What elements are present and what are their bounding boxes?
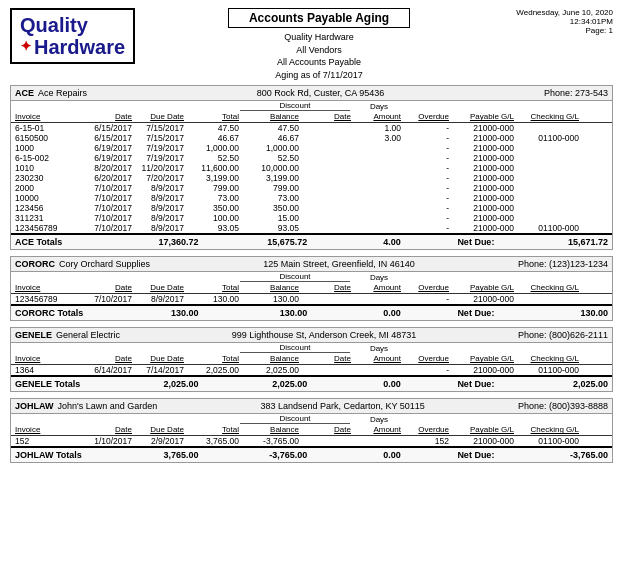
totals-net-label: Net Due: [457, 308, 494, 318]
col-payable-gl: Payable G/L [449, 354, 514, 363]
col-balance: Balance [239, 112, 299, 121]
inv-invoice: 1010 [15, 163, 80, 173]
column-headers: Invoice Date Due Date Total Balance Date… [11, 282, 612, 294]
col-checking-gl: Checking G/L [514, 112, 579, 121]
col-disc-amount: Amount [351, 425, 401, 434]
vendor-name: John's Lawn and Garden [58, 401, 158, 411]
inv-checking-gl [514, 193, 579, 203]
vendor-totals: GENELE Totals 2,025.00 2,025.00 0.00 Net… [11, 375, 612, 391]
inv-invoice: 6-15-002 [15, 153, 80, 163]
inv-disc-amount [351, 365, 401, 375]
invoice-row: 311231 7/10/2017 8/9/2017 100.00 15.00 -… [11, 213, 612, 223]
inv-checking-gl [514, 163, 579, 173]
totals-disc: 0.00 [356, 450, 401, 460]
inv-due-date: 8/9/2017 [132, 223, 184, 233]
col-checking-gl: Checking G/L [514, 425, 579, 434]
inv-disc-date [299, 193, 351, 203]
discount-bracket: Discount [240, 414, 350, 424]
inv-balance: 2,025.00 [239, 365, 299, 375]
invoice-row: 230230 6/20/2017 7/20/2017 3,199.00 3,19… [11, 173, 612, 183]
inv-disc-date [299, 123, 351, 133]
vendor-phone: Phone: (800)393-8888 [518, 401, 608, 411]
inv-balance: 350.00 [239, 203, 299, 213]
inv-invoice: 1364 [15, 365, 80, 375]
col-date: Date [80, 354, 132, 363]
inv-total: 2,025.00 [184, 365, 239, 375]
report-subtitle: Quality Hardware All Vendors All Account… [165, 31, 473, 81]
inv-payable-gl: 21000-000 [449, 193, 514, 203]
inv-disc-date [299, 153, 351, 163]
totals-disc: 0.00 [356, 308, 401, 318]
vendor-section: CORORC Cory Orchard Supplies 125 Main St… [10, 256, 613, 321]
days-bracket: Days [354, 415, 404, 424]
inv-invoice: 123456789 [15, 223, 80, 233]
inv-disc-date [299, 223, 351, 233]
inv-payable-gl: 21000-000 [449, 365, 514, 375]
inv-invoice: 311231 [15, 213, 80, 223]
invoice-row: 123456 7/10/2017 8/9/2017 350.00 350.00 … [11, 203, 612, 213]
vendor-id: JOHLAW [15, 401, 54, 411]
inv-invoice: 6-15-01 [15, 123, 80, 133]
totals-disc: 4.00 [356, 237, 401, 247]
col-total: Total [184, 283, 239, 292]
col-disc-date: Date [299, 425, 351, 434]
inv-balance: 10,000.00 [239, 163, 299, 173]
inv-checking-gl [514, 203, 579, 213]
vendor-header: ACE Ace Repairs 800 Rock Rd, Custer, CA … [11, 86, 612, 101]
inv-invoice: 1000 [15, 143, 80, 153]
inv-overdue: - [401, 143, 449, 153]
inv-total: 1,000.00 [184, 143, 239, 153]
inv-due-date: 2/9/2017 [132, 436, 184, 446]
col-duedate: Due Date [132, 283, 184, 292]
inv-checking-gl [514, 183, 579, 193]
col-overdue: Overdue [401, 425, 449, 434]
inv-payable-gl: 21000-000 [449, 163, 514, 173]
inv-overdue: - [401, 203, 449, 213]
col-invoice: Invoice [15, 354, 80, 363]
totals-net-due: 2,025.00 [543, 379, 608, 389]
totals-label: JOHLAW Totals [15, 450, 95, 460]
col-invoice: Invoice [15, 425, 80, 434]
inv-date: 7/10/2017 [80, 203, 132, 213]
logo-quality: Quality [20, 14, 125, 36]
inv-overdue: - [401, 223, 449, 233]
inv-payable-gl: 21000-000 [449, 294, 514, 304]
logo: Quality ✦ Hardware [10, 8, 155, 64]
inv-due-date: 7/19/2017 [132, 143, 184, 153]
inv-total: 3,199.00 [184, 173, 239, 183]
col-disc-amount: Amount [351, 283, 401, 292]
invoice-row: 6-15-002 6/19/2017 7/19/2017 52.50 52.50… [11, 153, 612, 163]
totals-balance: -3,765.00 [247, 450, 307, 460]
inv-checking-gl [514, 173, 579, 183]
inv-disc-date [299, 183, 351, 193]
inv-invoice: 2000 [15, 183, 80, 193]
inv-date: 6/15/2017 [80, 123, 132, 133]
vendor-name: Cory Orchard Supplies [59, 259, 150, 269]
inv-disc-amount [351, 143, 401, 153]
invoice-row: 1010 8/20/2017 11/20/2017 11,600.00 10,0… [11, 163, 612, 173]
inv-payable-gl: 21000-000 [449, 143, 514, 153]
invoice-row: 6150500 6/15/2017 7/15/2017 46.67 46.67 … [11, 133, 612, 143]
bracket-row: Discount Days [11, 272, 612, 282]
column-headers: Invoice Date Due Date Total Balance Date… [11, 353, 612, 365]
inv-overdue: 152 [401, 436, 449, 446]
inv-disc-amount [351, 153, 401, 163]
inv-payable-gl: 21000-000 [449, 203, 514, 213]
inv-balance: 799.00 [239, 183, 299, 193]
inv-balance: 130.00 [239, 294, 299, 304]
inv-payable-gl: 21000-000 [449, 223, 514, 233]
discount-bracket: Discount [240, 272, 350, 282]
totals-total: 2,025.00 [144, 379, 199, 389]
vendor-id: CORORC [15, 259, 55, 269]
inv-disc-amount [351, 193, 401, 203]
inv-checking-gl: 01100-000 [514, 436, 579, 446]
inv-total: 73.00 [184, 193, 239, 203]
col-balance: Balance [239, 283, 299, 292]
inv-total: 130.00 [184, 294, 239, 304]
inv-checking-gl: 01100-000 [514, 223, 579, 233]
inv-disc-date [299, 294, 351, 304]
inv-overdue: - [401, 153, 449, 163]
inv-date: 7/10/2017 [80, 294, 132, 304]
bracket-row: Discount Days [11, 414, 612, 424]
inv-overdue: - [401, 294, 449, 304]
